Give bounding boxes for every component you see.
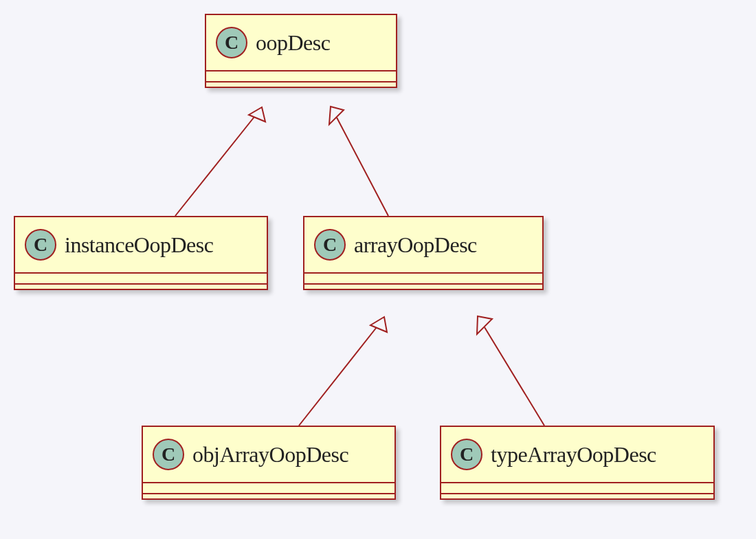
class-divider — [206, 70, 396, 81]
class-header: C oopDesc — [206, 15, 396, 70]
svg-marker-5 — [370, 317, 387, 332]
class-divider — [441, 493, 713, 498]
class-stereotype-icon: C — [314, 229, 346, 261]
class-arrayOopDesc: C arrayOopDesc — [303, 216, 544, 290]
class-header: C arrayOopDesc — [304, 217, 542, 272]
class-header: C objArrayOopDesc — [143, 427, 394, 482]
svg-line-6 — [485, 327, 544, 426]
class-header: C typeArrayOopDesc — [441, 427, 713, 482]
class-instanceOopDesc: C instanceOopDesc — [14, 216, 268, 290]
class-divider — [15, 283, 267, 289]
class-divider — [441, 482, 713, 493]
class-oopDesc: C oopDesc — [205, 14, 397, 88]
class-divider — [143, 482, 394, 493]
class-objArrayOopDesc: C objArrayOopDesc — [142, 426, 396, 500]
svg-line-0 — [175, 117, 254, 216]
svg-line-2 — [337, 118, 388, 216]
svg-marker-3 — [329, 107, 344, 124]
class-stereotype-icon: C — [153, 439, 184, 470]
class-stereotype-icon: C — [216, 27, 247, 58]
class-name-label: objArrayOopDesc — [192, 442, 348, 468]
svg-line-4 — [299, 327, 377, 426]
class-name-label: oopDesc — [256, 30, 330, 56]
svg-marker-7 — [477, 316, 492, 334]
class-divider — [304, 283, 542, 289]
class-stereotype-icon: C — [25, 229, 56, 261]
svg-marker-1 — [249, 107, 265, 122]
class-name-label: instanceOopDesc — [65, 232, 213, 258]
class-name-label: arrayOopDesc — [354, 232, 477, 258]
class-name-label: typeArrayOopDesc — [491, 442, 656, 468]
class-divider — [304, 272, 542, 283]
class-divider — [143, 493, 394, 498]
class-header: C instanceOopDesc — [15, 217, 267, 272]
class-stereotype-icon: C — [451, 439, 482, 470]
class-divider — [15, 272, 267, 283]
class-divider — [206, 81, 396, 87]
class-typeArrayOopDesc: C typeArrayOopDesc — [440, 426, 715, 500]
